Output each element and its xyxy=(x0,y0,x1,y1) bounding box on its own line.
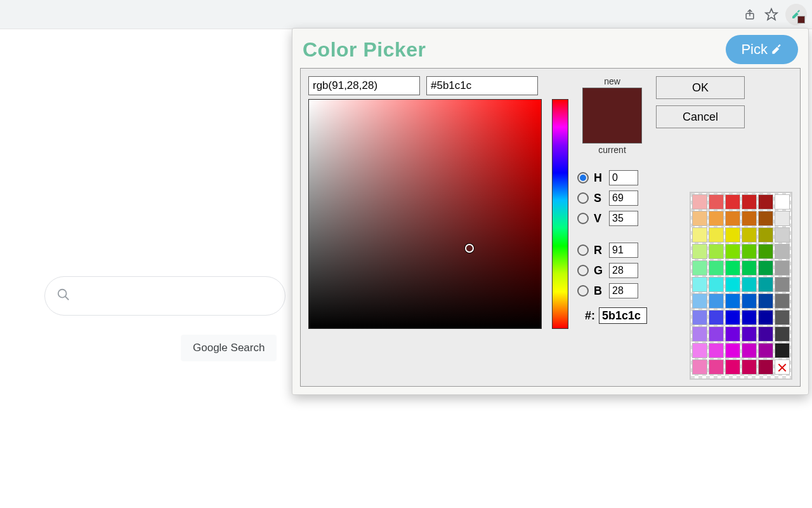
swatch[interactable] xyxy=(725,194,740,210)
swatch[interactable] xyxy=(742,211,757,226)
share-icon[interactable] xyxy=(742,7,757,22)
swatch[interactable] xyxy=(725,211,740,226)
swatch[interactable] xyxy=(692,260,707,276)
swatch[interactable] xyxy=(692,244,707,259)
swatch[interactable] xyxy=(709,194,724,210)
swatch[interactable] xyxy=(775,359,790,375)
swatch[interactable] xyxy=(725,310,740,325)
radio-h[interactable] xyxy=(577,172,589,184)
swatch[interactable] xyxy=(725,359,740,375)
swatch[interactable] xyxy=(758,310,773,325)
swatch[interactable] xyxy=(692,277,707,292)
swatch[interactable] xyxy=(725,343,740,358)
radio-g[interactable] xyxy=(577,265,589,276)
swatch[interactable] xyxy=(709,244,724,259)
hex-short-label: #: xyxy=(585,309,595,323)
swatch[interactable] xyxy=(692,310,707,325)
swatch[interactable] xyxy=(775,260,790,276)
ok-button[interactable]: OK xyxy=(656,76,745,99)
swatch[interactable] xyxy=(758,359,773,375)
swatch[interactable] xyxy=(758,293,773,309)
swatch[interactable] xyxy=(775,326,790,342)
swatch[interactable] xyxy=(692,343,707,358)
swatch[interactable] xyxy=(692,194,707,210)
swatch[interactable] xyxy=(709,343,724,358)
swatch[interactable] xyxy=(709,326,724,342)
swatch[interactable] xyxy=(709,211,724,226)
label-v: V xyxy=(594,212,604,225)
swatch[interactable] xyxy=(709,359,724,375)
swatch[interactable] xyxy=(692,359,707,375)
svg-line-3 xyxy=(65,297,69,300)
swatch[interactable] xyxy=(692,293,707,309)
swatch[interactable] xyxy=(758,227,773,243)
input-h[interactable] xyxy=(609,170,638,185)
radio-b[interactable] xyxy=(577,285,589,297)
hex-input[interactable] xyxy=(426,76,538,95)
swatch[interactable] xyxy=(742,277,757,292)
radio-v[interactable] xyxy=(577,213,589,224)
search-input[interactable] xyxy=(44,276,285,316)
radio-r[interactable] xyxy=(577,244,589,256)
swatch[interactable] xyxy=(758,211,773,226)
swatch[interactable] xyxy=(725,227,740,243)
swatch[interactable] xyxy=(742,359,757,375)
swatch[interactable] xyxy=(758,244,773,259)
swatch[interactable] xyxy=(758,194,773,210)
input-v[interactable] xyxy=(609,211,638,226)
swatch[interactable] xyxy=(775,211,790,226)
swatch[interactable] xyxy=(709,293,724,309)
sv-cursor[interactable] xyxy=(465,244,474,253)
cancel-button[interactable]: Cancel xyxy=(656,105,745,128)
swatch[interactable] xyxy=(725,326,740,342)
swatch[interactable] xyxy=(742,343,757,358)
swatch[interactable] xyxy=(725,260,740,276)
swatch[interactable] xyxy=(692,211,707,226)
input-s[interactable] xyxy=(609,190,638,206)
hex-short-input[interactable] xyxy=(599,307,647,324)
saturation-value-area[interactable] xyxy=(308,99,542,329)
swatch[interactable] xyxy=(775,277,790,292)
swatch[interactable] xyxy=(775,227,790,243)
google-search-button[interactable]: Google Search xyxy=(181,335,277,361)
swatch[interactable] xyxy=(742,194,757,210)
swatch[interactable] xyxy=(709,227,724,243)
star-icon[interactable] xyxy=(764,7,779,22)
swatch[interactable] xyxy=(725,293,740,309)
svg-marker-1 xyxy=(766,8,777,19)
label-g: G xyxy=(594,264,604,277)
swatch[interactable] xyxy=(758,260,773,276)
swatch[interactable] xyxy=(692,227,707,243)
swatch[interactable] xyxy=(775,310,790,325)
search-icon xyxy=(56,288,70,304)
swatch[interactable] xyxy=(742,326,757,342)
swatch[interactable] xyxy=(775,194,790,210)
hue-slider[interactable] xyxy=(552,99,568,329)
swatch[interactable] xyxy=(775,293,790,309)
swatch[interactable] xyxy=(709,310,724,325)
swatch[interactable] xyxy=(709,277,724,292)
label-b: B xyxy=(594,284,604,298)
input-b[interactable] xyxy=(609,283,638,298)
rgb-input[interactable] xyxy=(308,76,420,95)
extension-button[interactable] xyxy=(785,4,807,25)
swatch[interactable] xyxy=(742,227,757,243)
swatch[interactable] xyxy=(758,343,773,358)
input-g[interactable] xyxy=(609,263,638,278)
swatch[interactable] xyxy=(742,310,757,325)
pick-button[interactable]: Pick xyxy=(726,35,798,64)
swatch[interactable] xyxy=(692,326,707,342)
radio-s[interactable] xyxy=(577,192,589,204)
swatch[interactable] xyxy=(742,244,757,259)
swatch[interactable] xyxy=(775,343,790,358)
swatch[interactable] xyxy=(725,277,740,292)
swatch[interactable] xyxy=(725,244,740,259)
eyedropper-icon xyxy=(770,43,783,56)
swatch[interactable] xyxy=(742,293,757,309)
swatch[interactable] xyxy=(758,326,773,342)
swatch[interactable] xyxy=(742,260,757,276)
swatch[interactable] xyxy=(709,260,724,276)
swatch[interactable] xyxy=(758,277,773,292)
input-r[interactable] xyxy=(609,243,638,258)
swatch[interactable] xyxy=(775,244,790,259)
